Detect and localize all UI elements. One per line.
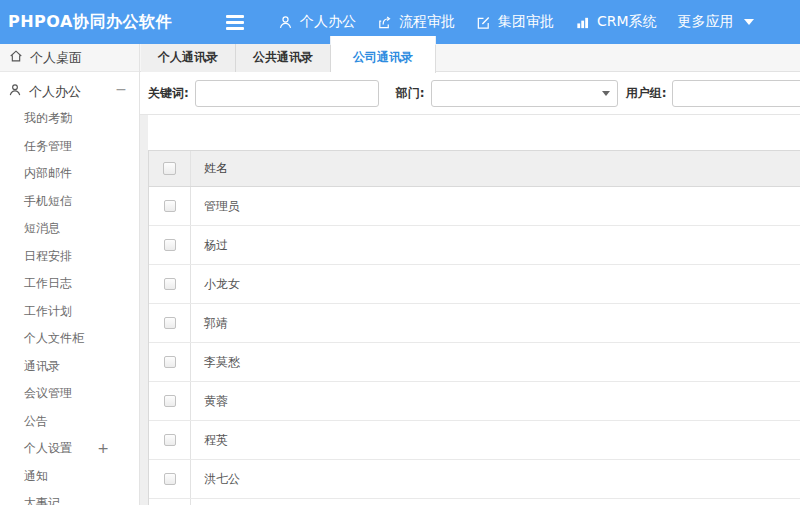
user-icon xyxy=(278,15,293,30)
row-checkbox-cell xyxy=(149,382,191,420)
row-checkbox[interactable] xyxy=(164,356,176,368)
home-icon xyxy=(9,49,23,66)
main-area: 个人通讯录 公共通讯录 公司通讯录 关键词: 部门: 用户组: xyxy=(140,44,800,505)
content-gutter xyxy=(140,115,148,505)
content-area: 姓名 管理员 杨过 小龙女 xyxy=(140,115,800,505)
row-checkbox-cell xyxy=(149,499,191,505)
table-row[interactable]: 黄蓉 xyxy=(149,382,800,421)
row-checkbox-cell xyxy=(149,304,191,342)
sidebar-item-work-plan[interactable]: 工作计划 xyxy=(0,298,139,326)
sidebar-item-notice[interactable]: 通知 xyxy=(0,463,139,491)
row-checkbox[interactable] xyxy=(164,434,176,446)
row-checkbox[interactable] xyxy=(164,473,176,485)
row-checkbox[interactable] xyxy=(164,395,176,407)
sidebar-item-schedule[interactable]: 日程安排 xyxy=(0,243,139,271)
table-row-partial xyxy=(149,499,800,505)
row-name: 程英 xyxy=(191,432,228,449)
sidebar-item-attendance[interactable]: 我的考勤 xyxy=(0,105,139,133)
sidebar-item-label: 大事记 xyxy=(24,496,60,505)
sidebar-item-work-log[interactable]: 工作日志 xyxy=(0,270,139,298)
nav-label: 流程审批 xyxy=(399,13,455,31)
table-row[interactable]: 杨过 xyxy=(149,226,800,265)
table-row[interactable]: 洪七公 xyxy=(149,460,800,499)
row-checkbox[interactable] xyxy=(164,278,176,290)
table-row[interactable]: 郭靖 xyxy=(149,304,800,343)
nav-personal-office[interactable]: 个人办公 xyxy=(278,13,356,31)
user-icon xyxy=(8,83,22,100)
table-row[interactable]: 管理员 xyxy=(149,187,800,226)
sidebar-item-label: 公告 xyxy=(24,414,48,428)
nav-label: 集团审批 xyxy=(498,13,554,31)
row-checkbox-cell xyxy=(149,265,191,303)
row-checkbox[interactable] xyxy=(164,239,176,251)
row-name: 李莫愁 xyxy=(191,354,240,371)
row-name: 小龙女 xyxy=(191,276,240,293)
tab-label: 公共通讯录 xyxy=(253,50,313,64)
sidebar-item-label: 个人文件柜 xyxy=(24,331,84,345)
sidebar-item-file-cabinet[interactable]: 个人文件柜 xyxy=(0,325,139,353)
bar-chart-icon xyxy=(575,15,590,30)
sidebar-group-label: 个人办公 xyxy=(29,83,81,101)
sidebar-group-personal-office[interactable]: 个人办公 − xyxy=(0,78,139,105)
sidebar-item-label: 内部邮件 xyxy=(24,166,72,180)
header-checkbox-cell xyxy=(149,151,191,186)
select-all-checkbox[interactable] xyxy=(163,162,176,175)
sidebar-item-label: 个人桌面 xyxy=(30,49,82,67)
nav-label: CRM系统 xyxy=(597,13,657,31)
tab-company-contacts[interactable]: 公司通讯录 xyxy=(331,44,436,73)
row-checkbox-cell xyxy=(149,226,191,264)
sidebar-item-label: 通讯录 xyxy=(24,359,60,373)
nav-group-approval[interactable]: 集团审批 xyxy=(476,13,554,31)
sidebar-item-label: 任务管理 xyxy=(24,139,72,153)
row-name: 黄蓉 xyxy=(191,393,228,410)
sidebar-item-label: 通知 xyxy=(24,469,48,483)
tab-personal-contacts[interactable]: 个人通讯录 xyxy=(141,44,236,72)
sidebar-item-label: 会议管理 xyxy=(24,386,72,400)
sidebar-item-memorabilia[interactable]: 大事记 xyxy=(0,490,139,505)
row-checkbox-cell xyxy=(149,187,191,225)
department-select[interactable] xyxy=(431,80,618,107)
sidebar-item-contacts[interactable]: 通讯录 xyxy=(0,353,139,381)
app-window: PHPOA协同办公软件 个人办公 流程审批 集团审批 CRM系统 更多应用 xyxy=(0,0,800,505)
top-navigation: 个人办公 流程审批 集团审批 CRM系统 更多应用 xyxy=(278,13,754,31)
sidebar-item-label: 工作计划 xyxy=(24,304,72,318)
collapse-icon[interactable]: − xyxy=(115,81,127,97)
sidebar-item-meeting-management[interactable]: 会议管理 xyxy=(0,380,139,408)
table-row[interactable]: 程英 xyxy=(149,421,800,460)
row-checkbox-cell xyxy=(149,421,191,459)
row-checkbox[interactable] xyxy=(164,200,176,212)
sidebar-item-label: 个人设置 xyxy=(24,441,72,455)
edit-icon xyxy=(476,15,491,30)
nav-label: 更多应用 xyxy=(678,13,734,31)
nav-crm-system[interactable]: CRM系统 xyxy=(575,13,657,31)
department-label: 部门: xyxy=(396,85,425,102)
expand-icon[interactable]: + xyxy=(97,435,109,463)
tab-public-contacts[interactable]: 公共通讯录 xyxy=(236,44,331,72)
menu-icon[interactable] xyxy=(226,12,248,32)
nav-label: 个人办公 xyxy=(300,13,356,31)
sidebar-item-personal-settings[interactable]: 个人设置 + xyxy=(0,435,139,463)
sidebar-item-label: 我的考勤 xyxy=(24,111,72,125)
sidebar-item-short-message[interactable]: 短消息 xyxy=(0,215,139,243)
contacts-table: 姓名 管理员 杨过 小龙女 xyxy=(148,150,800,505)
table-row[interactable]: 李莫愁 xyxy=(149,343,800,382)
sidebar-item-announcement[interactable]: 公告 xyxy=(0,408,139,436)
sidebar-item-sms[interactable]: 手机短信 xyxy=(0,188,139,216)
nav-more-apps[interactable]: 更多应用 xyxy=(678,13,754,31)
sidebar-item-personal-desktop[interactable]: 个人桌面 xyxy=(0,44,139,72)
keyword-input[interactable] xyxy=(195,80,379,107)
sidebar-item-label: 短消息 xyxy=(24,221,60,235)
row-name: 管理员 xyxy=(191,198,240,215)
sidebar: 个人桌面 个人办公 − 我的考勤 任务管理 内部邮件 手机短信 短消息 日程安排… xyxy=(0,44,140,505)
name-column-header: 姓名 xyxy=(191,160,228,177)
row-checkbox[interactable] xyxy=(164,317,176,329)
sidebar-item-internal-mail[interactable]: 内部邮件 xyxy=(0,160,139,188)
usergroup-input[interactable] xyxy=(672,80,800,107)
nav-workflow-approval[interactable]: 流程审批 xyxy=(377,13,455,31)
flow-icon xyxy=(377,15,392,30)
table-row[interactable]: 小龙女 xyxy=(149,265,800,304)
row-name: 洪七公 xyxy=(191,471,240,488)
sidebar-item-task-management[interactable]: 任务管理 xyxy=(0,133,139,161)
sidebar-item-label: 日程安排 xyxy=(24,249,72,263)
department-select-wrap xyxy=(431,80,618,107)
